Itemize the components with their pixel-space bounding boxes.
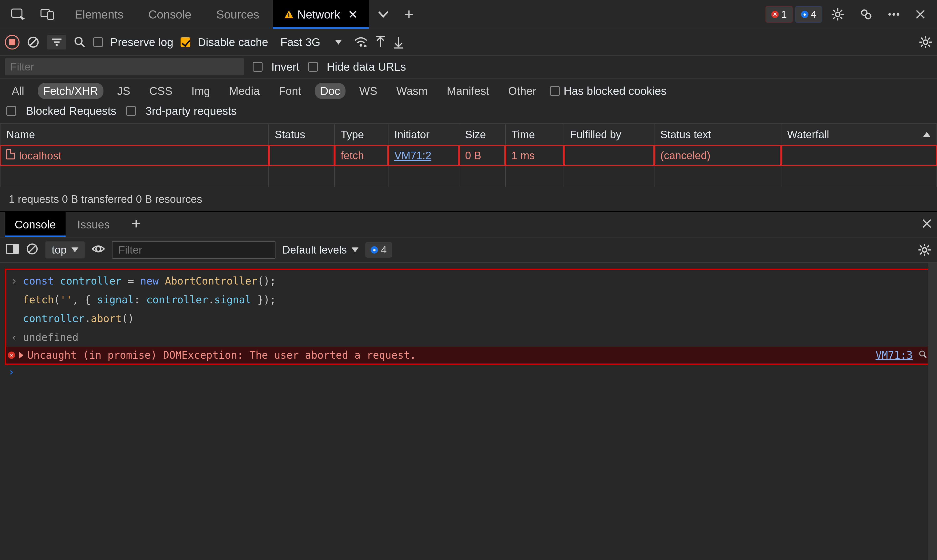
add-drawer-tab-icon[interactable]	[131, 219, 141, 231]
svg-point-53	[922, 248, 927, 252]
invert-label: Invert	[271, 60, 299, 73]
invert-checkbox[interactable]	[253, 62, 262, 72]
cell-name: localhost	[0, 145, 269, 166]
record-button[interactable]	[5, 35, 20, 49]
th-status-text[interactable]: Status text	[654, 124, 781, 145]
network-settings-icon[interactable]	[919, 35, 932, 49]
third-party-checkbox[interactable]	[126, 106, 136, 116]
chevron-down-icon	[335, 40, 342, 45]
console-input-line: › const controller = new AbortController…	[10, 272, 927, 290]
context-dropdown[interactable]: top	[45, 242, 85, 258]
th-initiator[interactable]: Initiator	[388, 124, 459, 145]
console-settings-icon[interactable]	[918, 243, 931, 257]
chip-media[interactable]: Media	[224, 83, 265, 99]
filter-bar: Invert Hide data URLs	[0, 55, 937, 78]
chevron-down-icon	[352, 248, 358, 252]
chip-img[interactable]: Img	[186, 83, 216, 99]
disable-cache-checkbox[interactable]	[181, 37, 190, 47]
th-waterfall[interactable]: Waterfall	[781, 124, 937, 145]
chip-js[interactable]: JS	[112, 83, 136, 99]
cell-waterfall	[781, 145, 937, 166]
filter-toggle-icon[interactable]	[47, 35, 66, 49]
chip-doc[interactable]: Doc	[315, 83, 346, 99]
add-tab-icon[interactable]	[398, 5, 420, 24]
close-tab-icon[interactable]: ✕	[348, 8, 358, 21]
tab-sources[interactable]: Sources	[205, 0, 270, 29]
main-tabstrip: Elements Console Sources Network ✕ ✕ 1 ●…	[0, 0, 937, 29]
scrollbar[interactable]	[928, 263, 937, 560]
hide-data-urls-checkbox[interactable]	[308, 62, 318, 72]
svg-line-12	[833, 10, 835, 12]
th-type[interactable]: Type	[335, 124, 388, 145]
live-expression-icon[interactable]	[91, 244, 105, 256]
error-source-link[interactable]: VM71:3	[875, 349, 915, 361]
expand-icon[interactable]	[19, 352, 23, 358]
log-levels-dropdown[interactable]: Default levels	[282, 244, 358, 256]
filter-input[interactable]	[5, 58, 244, 75]
th-status[interactable]: Status	[269, 124, 335, 145]
kebab-menu-icon[interactable]	[881, 8, 906, 21]
preserve-log-checkbox[interactable]	[93, 37, 103, 47]
blocked-requests-checkbox[interactable]	[6, 106, 16, 116]
svg-line-42	[928, 38, 930, 40]
svg-line-14	[840, 10, 842, 12]
device-toggle-icon[interactable]	[34, 4, 61, 25]
error-count-pill[interactable]: ✕ 1	[766, 6, 793, 23]
th-time[interactable]: Time	[505, 124, 564, 145]
chip-font[interactable]: Font	[273, 83, 306, 99]
clear-console-icon[interactable]	[26, 243, 39, 257]
preserve-log-label: Preserve log	[110, 35, 173, 49]
close-drawer-icon[interactable]	[922, 218, 932, 231]
network-conditions-icon[interactable]	[354, 37, 368, 48]
throttling-dropdown[interactable]: Fast 3G	[275, 35, 347, 49]
search-icon[interactable]	[74, 36, 86, 48]
document-icon	[6, 149, 15, 160]
import-har-icon[interactable]	[393, 36, 404, 49]
svg-point-30	[360, 44, 362, 46]
chip-wasm[interactable]: Wasm	[391, 83, 433, 99]
close-devtools-icon[interactable]	[909, 5, 932, 24]
tab-console[interactable]: Console	[137, 0, 202, 29]
chip-ws[interactable]: WS	[354, 83, 383, 99]
lens-icon[interactable]	[918, 349, 929, 361]
console-filter-input[interactable]	[112, 241, 275, 258]
initiator-link[interactable]: VM71:2	[394, 149, 431, 162]
info-count-pill[interactable]: ● 4	[795, 6, 822, 23]
console-sidebar-toggle-icon[interactable]	[6, 244, 19, 256]
chip-other[interactable]: Other	[503, 83, 542, 99]
chip-all[interactable]: All	[6, 83, 29, 99]
info-count-value: 4	[811, 9, 817, 20]
chip-css[interactable]: CSS	[144, 83, 178, 99]
svg-line-41	[928, 45, 930, 46]
drawer-tab-issues[interactable]: Issues	[68, 212, 120, 237]
console-return-line: ‹ undefined	[10, 328, 927, 347]
drawer-tab-console[interactable]: Console	[5, 212, 66, 237]
svg-point-62	[920, 351, 925, 356]
more-tabs-icon[interactable]	[371, 6, 395, 22]
tab-network[interactable]: Network ✕	[273, 0, 369, 29]
request-row[interactable]: localhost fetch VM71:2 0 B 1 ms (cancele…	[0, 145, 937, 166]
svg-line-13	[840, 17, 842, 19]
export-har-icon[interactable]	[375, 36, 386, 49]
table-header-row: Name Status Type Initiator Size Time Ful…	[0, 124, 937, 145]
svg-line-15	[833, 17, 835, 19]
has-blocked-cookies-checkbox[interactable]	[550, 86, 560, 96]
th-fulfilled[interactable]: Fulfilled by	[564, 124, 654, 145]
th-size[interactable]: Size	[459, 124, 505, 145]
console-error-line[interactable]: ✕ Uncaught (in promise) DOMException: Th…	[6, 347, 931, 363]
inspect-element-icon[interactable]	[5, 4, 32, 25]
customize-devtools-icon[interactable]	[853, 3, 879, 25]
chip-fetch-xhr[interactable]: Fetch/XHR	[38, 83, 103, 99]
cell-fulfilled	[564, 145, 654, 166]
console-prompt[interactable]: ›	[5, 365, 932, 378]
clear-icon[interactable]	[27, 36, 40, 49]
error-dot-icon: ✕	[8, 352, 15, 359]
th-name[interactable]: Name	[0, 124, 269, 145]
tab-elements[interactable]: Elements	[63, 0, 135, 29]
settings-icon[interactable]	[825, 3, 851, 25]
console-info-count[interactable]: ● 4	[365, 242, 392, 258]
chip-manifest[interactable]: Manifest	[441, 83, 495, 99]
hide-data-urls-label: Hide data URLs	[327, 60, 406, 73]
network-toolbar: Preserve log Disable cache Fast 3G	[0, 29, 937, 55]
has-blocked-cookies-label: Has blocked cookies	[563, 85, 667, 97]
